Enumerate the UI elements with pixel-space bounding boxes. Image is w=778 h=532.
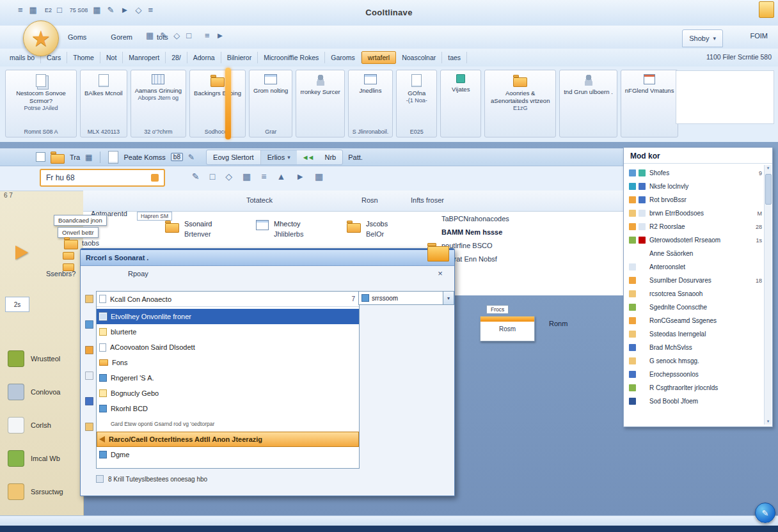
ribbon-group[interactable]: Grom nolting Grar [249,70,292,137]
right-panel-item[interactable]: Ssteodas Inerngelal [629,327,762,341]
content-left-bottom-label[interactable]: Ssenbrs? [46,270,75,278]
address-box[interactable]: Fr hu 68 [40,169,165,187]
ribbon-group[interactable]: Backingrs Erlbing Sodhocon [189,70,246,137]
ribbon-group[interactable]: tnd Grun ulboern . [559,70,617,137]
toolbar2-icon[interactable]: ► [296,171,305,182]
right-panel-item[interactable]: Ssurnlber Dosurvares 18 [629,274,762,287]
toolbar-button-peate-komss[interactable]: Peate Komss [123,153,165,161]
right-panel-item[interactable]: Shofes 9 [629,166,762,180]
menu-item[interactable]: taes [442,52,467,63]
right-panel-item[interactable]: brwn EtrrBoodsoes M [629,207,762,220]
segment-nrb[interactable]: Nrb [318,150,342,164]
content-right-line[interactable]: BAMM Nem hssse [441,228,509,236]
left-small-box[interactable]: 2s [5,297,29,312]
combobox-dropdown-button[interactable]: ▾ [443,292,454,304]
content-right-line[interactable]: TaBPCNrahonacodes [441,215,509,223]
right-panel-item[interactable]: Rot brvoBssr [629,193,762,207]
toolbar2-icon[interactable]: ◇ [225,171,232,182]
right-panel-item[interactable]: Anteroonslet [629,260,762,274]
dialog-list-row[interactable]: blurterte [97,324,359,340]
right-panel-item[interactable]: Anne Ssäorken [629,247,762,260]
left-rail-item[interactable]: Imcal Wb [8,449,63,468]
menu-item[interactable]: Bilnieror [221,52,258,63]
green-arrows-icon[interactable]: ◄◄ [297,153,319,161]
toolbar2-icon[interactable]: ▲ [276,171,285,182]
dialog-list-row[interactable]: Dgme [97,447,359,462]
ribbon-group[interactable]: Aamans Grinuing Aboprs Jtern og 32 o'?ch… [131,70,186,137]
floating-action-button[interactable]: ✎ [755,503,775,523]
dialog-subheader-label[interactable]: Rpoay [128,270,148,278]
dialog-list-row[interactable]: Etvollhey Onvonlite froner [97,309,359,324]
ribbon-group[interactable]: Nestocom Sonvoe Scrmor? Potrse JAiled Ro… [5,70,77,137]
ribbon-group[interactable]: GOfna -(1 Noa- E025 [396,70,437,137]
menu-item[interactable]: 28/ [166,52,187,63]
right-panel-item[interactable]: Brad MchSvlss [629,341,762,354]
ribbon-group[interactable]: Aoonries & aSenortaiteds vrtzeon E1zG [484,70,556,137]
dialog-side-icon[interactable] [85,346,93,354]
dialog-list-row[interactable]: Kcall Con Anoaecto 7 [97,292,359,307]
tab-foim[interactable]: FOIM [750,32,768,40]
section-label[interactable]: Infts froser [411,196,444,204]
ribbon-group[interactable]: Vijates [440,70,481,137]
right-panel-item[interactable]: Sod Boobl Jfoem [629,395,762,408]
close-icon[interactable]: × [435,269,445,278]
left-rail-item[interactable]: Ssrsuctwg [8,482,63,501]
content-card[interactable]: Ssonaird Brtenver [165,220,242,238]
menu-item[interactable]: wrtaferl [361,51,396,64]
menu-item[interactable]: Noascolnar [396,52,442,63]
mini-window[interactable]: Rosm [480,316,535,341]
address-box-icon[interactable] [151,174,159,182]
left-rail-item[interactable]: Wrustteol [8,349,63,368]
section-label[interactable]: Totateck [246,196,273,204]
content-card[interactable]: Jscobs BelOr [347,220,424,238]
dialog-list-row[interactable]: Rkorhl BCD [97,401,359,416]
tab-row-icon[interactable]: ✎ [160,31,167,40]
scrollbar-up-icon[interactable]: ▾ [765,166,772,171]
dialog-list-row[interactable]: ACoovoaton Saird Dlsodett [97,340,359,355]
dialog-side-icon[interactable] [85,397,93,405]
dialog-list-row[interactable]: Fons [97,355,359,370]
tab-row-icon[interactable]: ≡ [205,31,210,40]
right-panel-item[interactable]: G senock hmsgg. [629,354,762,368]
toolbar2-icon[interactable]: ≡ [261,171,266,182]
dialog-list-row[interactable]: Rarco/Caell Orcterltiness Adtll Anon Jte… [97,432,359,447]
folder-icon[interactable] [63,252,74,260]
ribbon-group[interactable]: BAlkes Mcnoil MLX 420113 [80,70,127,137]
left-rail-item[interactable]: Conlovoa [8,382,63,402]
right-panel-item[interactable]: R Csgthraorlter jrlocnlds [629,381,762,395]
menu-item[interactable]: Manropert [123,52,166,63]
right-panel-item[interactable]: rcsotcrea Ssnaooh [629,287,762,301]
right-panel-item[interactable]: RonCGseamd Ssgenes [629,314,762,327]
ribbon-group[interactable]: Jnedlins S Jlinronaboil. [348,70,393,137]
tab-row-icon[interactable]: ◇ [173,31,180,40]
right-panel-item[interactable]: Erochepssoonlos [629,368,762,381]
dialog-titlebar[interactable]: Rrcorl s Soonarat . [81,249,454,266]
scrollbar-down-icon[interactable]: ▾ [765,419,772,424]
dialog-list-row[interactable]: Gard Etew oponti Gsarnd rod vg 'oedtorpa… [97,416,359,432]
ribbon-group[interactable]: rronkey Surcer [296,70,344,137]
toolbar2-icon[interactable]: □ [210,171,215,182]
section-label[interactable]: Rosn [361,196,378,204]
content-card[interactable]: Mhectoy Jhliblerbs [256,220,333,238]
menu-item[interactable]: Microoniffie Rokes [258,52,325,63]
dialog-side-icon[interactable] [85,372,93,380]
dialog-side-icon[interactable] [85,320,93,329]
right-panel-item[interactable]: Gterowodsoterl Rrseaom 1s [629,233,762,247]
pencil-icon[interactable]: ✎ [188,153,194,162]
ribbon-tab[interactable]: Goms [64,31,90,43]
right-panel-scrollbar[interactable]: ▾ ▾ [764,165,772,425]
corner-shortcut-icon[interactable] [759,1,774,18]
toolbar-badge[interactable]: b8 [171,153,183,161]
dialog-list-row[interactable]: Bognucly Gebo [97,386,359,401]
toolbar-folder-label[interactable]: Tra [70,153,80,161]
checkbox-icon[interactable] [36,152,45,162]
right-panel-item[interactable]: Nksfe loclnvly [629,180,762,193]
grid-icon[interactable]: ▦ [85,153,92,162]
toolbar2-icon[interactable]: ✎ [192,171,200,182]
dialog-side-icon[interactable] [85,295,93,303]
segment-erlios[interactable]: Erlios ▾ [260,150,297,164]
left-rail-item[interactable]: Corlsh [8,416,63,435]
segment-eovg-slertort[interactable]: Eovg Slertort [207,150,260,164]
ribbon-group[interactable]: nFGlend Vmatuns [621,70,679,137]
tab-row-icon[interactable]: □ [186,31,191,40]
